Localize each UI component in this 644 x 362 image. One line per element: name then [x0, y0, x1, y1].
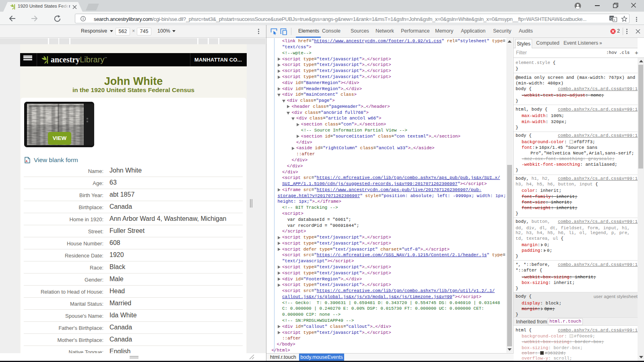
svg-text:x: x [614, 18, 615, 22]
svg-text:A: A [26, 160, 28, 162]
